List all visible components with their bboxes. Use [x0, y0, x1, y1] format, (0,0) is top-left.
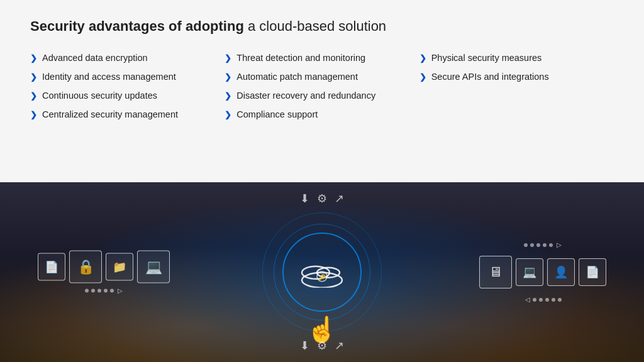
arrow-indicator: ▷ — [557, 241, 562, 248]
right-dots-row-top: ▷ — [524, 241, 562, 248]
folder-icon-box: 📁 — [106, 253, 133, 281]
item-label: Physical security measures — [431, 53, 542, 63]
document2-icon-box: 📄 — [579, 258, 606, 286]
arrow-indicator: ▷ — [118, 287, 123, 294]
right-icon-row: ▷ 🖥 💻 👤 📄 — [479, 241, 606, 303]
list-item: ❯ Automatic patch management — [225, 67, 419, 86]
chevron-icon: ❯ — [30, 110, 37, 119]
left-dots-row: ▷ — [85, 287, 123, 294]
monitor-icon: 💻 — [523, 265, 536, 279]
lock-icon: 🔒 — [77, 259, 94, 275]
dot — [545, 298, 549, 302]
dot — [549, 243, 553, 247]
title-bold: Security advantages of adopting — [30, 18, 244, 34]
center-cloud-element: 🔑 ☝ — [262, 212, 382, 332]
svg-text:🔑: 🔑 — [318, 273, 326, 282]
chevron-icon: ❯ — [225, 110, 231, 119]
column-2: ❯ Threat detection and monitoring ❯ Auto… — [225, 48, 419, 124]
column-3: ❯ Physical security measures ❯ Secure AP… — [419, 48, 614, 124]
dot — [85, 288, 89, 292]
list-item: ❯ Threat detection and monitoring — [225, 48, 419, 67]
left-icon-set: 📄 🔒 📁 💻 — [38, 251, 170, 283]
background-image: ⬇ ⚙ ↗ 📄 🔒 📁 — [0, 182, 644, 362]
column-1: ❯ Advanced data encryption ❯ Identity an… — [30, 48, 225, 124]
dot — [558, 298, 562, 302]
dot — [524, 243, 528, 247]
laptop-icon-box: 💻 — [137, 251, 170, 283]
user-icon-box: 👤 — [547, 258, 575, 286]
list-item: ❯ Identity and access management — [30, 67, 225, 86]
list-item: ❯ Disaster recovery and redundancy — [225, 86, 419, 105]
share-icon: ↗ — [335, 192, 344, 206]
right-dots-row-bottom: ◁ — [524, 296, 562, 303]
dot — [539, 298, 543, 302]
bottom-section: ⬇ ⚙ ↗ 📄 🔒 📁 — [0, 182, 644, 362]
item-label: Threat detection and monitoring — [236, 53, 365, 63]
item-label: Secure APIs and integrations — [431, 72, 549, 82]
list-item: ❯ Centralized security management — [30, 105, 225, 124]
dot — [110, 288, 114, 292]
item-label: Continuous security updates — [42, 90, 157, 101]
top-icons-row: ⬇ ⚙ ↗ — [300, 192, 344, 206]
dot — [536, 243, 540, 247]
chevron-icon: ❯ — [225, 91, 231, 101]
settings2-icon: ⚙ — [317, 339, 327, 353]
lock-icon-box: 🔒 — [69, 251, 102, 283]
page-title: Security advantages of adopting a cloud-… — [30, 18, 614, 36]
chevron-icon: ❯ — [30, 91, 37, 101]
chevron-icon: ❯ — [30, 53, 37, 63]
document2-icon: 📄 — [586, 265, 599, 279]
cloud-rings-container: 🔑 ☝ — [262, 212, 382, 332]
item-label: Identity and access management — [42, 72, 176, 82]
item-label: Centralized security management — [42, 109, 178, 119]
right-icon-set: 🖥 💻 👤 📄 — [479, 256, 606, 288]
arrow-indicator-left: ◁ — [525, 296, 530, 303]
bottom-icons-row: ⬇ ⚙ ↗ — [300, 339, 344, 353]
list-item: ❯ Advanced data encryption — [30, 48, 225, 67]
dot — [104, 288, 108, 292]
list-item: ❯ Compliance support — [225, 105, 419, 124]
top-section: Security advantages of adopting a cloud-… — [0, 0, 644, 182]
chevron-icon: ❯ — [419, 53, 426, 63]
title-normal: a cloud-based solution — [244, 18, 386, 34]
dot — [552, 298, 555, 302]
server-icon-box: 🖥 — [479, 256, 512, 288]
items-grid: ❯ Advanced data encryption ❯ Identity an… — [30, 48, 614, 124]
server-icon: 🖥 — [489, 264, 502, 280]
chevron-icon: ❯ — [225, 72, 231, 82]
left-icon-group: 📄 🔒 📁 💻 — [38, 251, 170, 294]
folder-icon: 📁 — [113, 260, 126, 274]
left-icon-row: 📄 🔒 📁 💻 — [38, 251, 170, 294]
laptop-icon: 💻 — [145, 259, 162, 275]
list-item: ❯ Secure APIs and integrations — [419, 67, 614, 86]
item-label: Compliance support — [236, 109, 318, 119]
item-label: Automatic patch management — [236, 72, 358, 82]
settings-icon: ⚙ — [317, 192, 327, 206]
share2-icon: ↗ — [335, 339, 344, 353]
download-icon: ⬇ — [300, 192, 309, 206]
dot — [97, 288, 101, 292]
user-icon: 👤 — [554, 265, 568, 279]
dot — [543, 243, 547, 247]
cloud-svg: 🔑 — [297, 250, 347, 288]
list-item: ❯ Physical security measures — [419, 48, 614, 67]
item-label: Disaster recovery and redundancy — [236, 90, 375, 101]
item-label: Advanced data encryption — [42, 53, 148, 63]
page-container: Security advantages of adopting a cloud-… — [0, 0, 644, 362]
download2-icon: ⬇ — [300, 339, 309, 353]
dot — [91, 288, 95, 292]
dot — [533, 298, 536, 302]
chevron-icon: ❯ — [30, 72, 37, 82]
list-item: ❯ Continuous security updates — [30, 86, 225, 105]
chevron-icon: ❯ — [225, 53, 231, 63]
monitor-icon-box: 💻 — [516, 258, 543, 286]
document-icon-box: 📄 — [38, 253, 65, 281]
document-icon: 📄 — [45, 260, 58, 274]
right-icon-group: ▷ 🖥 💻 👤 📄 — [479, 241, 606, 303]
cloud-svg-container: 🔑 — [297, 250, 347, 290]
chevron-icon: ❯ — [419, 72, 426, 82]
dot — [530, 243, 534, 247]
